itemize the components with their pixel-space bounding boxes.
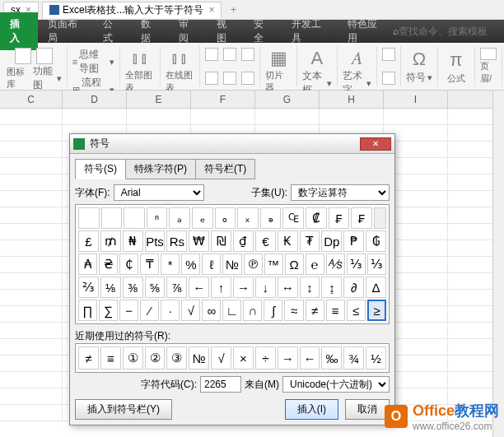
search-input[interactable] <box>399 26 497 37</box>
cell[interactable] <box>0 158 63 174</box>
symbol-cell[interactable]: ℗ <box>244 253 263 275</box>
cell[interactable] <box>0 224 63 239</box>
cell[interactable] <box>0 142 63 157</box>
recent-symbol-cell[interactable]: ② <box>145 346 166 370</box>
col-I[interactable]: I <box>384 91 448 108</box>
symbol-cell[interactable]: ₵ <box>119 253 138 275</box>
symbol-cell[interactable]: ↑ <box>211 277 231 298</box>
symbol-cell[interactable]: £ <box>78 230 99 252</box>
cancel-button[interactable]: 取消 <box>345 399 390 420</box>
ribbon-tab-special[interactable]: 特色应用 <box>338 12 394 50</box>
symbol-cell[interactable]: ₡ <box>306 207 327 229</box>
mini-icon5[interactable] <box>223 72 236 85</box>
symbol-cell[interactable] <box>78 207 100 229</box>
recent-symbol-cell[interactable]: ¾ <box>343 346 364 370</box>
cell[interactable] <box>191 109 255 124</box>
obj-icon2[interactable] <box>382 72 395 85</box>
symbol-cell[interactable]: * <box>161 253 180 275</box>
symbol-cell[interactable]: ≈ <box>284 300 303 321</box>
symbol-cell[interactable]: ℮ <box>306 253 324 275</box>
symbol-cell[interactable]: ← <box>189 277 209 298</box>
pi-icon[interactable]: π <box>443 48 469 72</box>
col-F[interactable]: F <box>191 91 255 108</box>
ribbon-tab-pagelayout[interactable]: 页面布局 <box>38 12 94 50</box>
header-icon[interactable] <box>480 48 497 60</box>
symbol-cell[interactable]: ⅛ <box>100 277 121 298</box>
omega-icon[interactable]: Ω <box>406 48 432 71</box>
symbol-cell[interactable]: ⅜ <box>123 277 143 298</box>
ribbon-tab-developer[interactable]: 开发工具 <box>282 12 338 50</box>
recent-symbol-cell[interactable]: ‰ <box>321 346 342 370</box>
symbol-cell[interactable]: % <box>181 253 200 275</box>
ribbon-tab-insert[interactable]: 插入 <box>0 12 38 50</box>
symbol-cell[interactable]: ₸ <box>140 253 159 275</box>
dialog-titlebar[interactable]: 符号 ✕ <box>70 134 394 154</box>
symbol-cell[interactable]: ℓ <box>202 253 221 275</box>
cell[interactable] <box>0 372 63 388</box>
ribbon-tab-security[interactable]: 安全 <box>244 12 282 50</box>
symbol-cell[interactable] <box>124 207 145 229</box>
cell[interactable] <box>0 109 63 124</box>
cell[interactable] <box>0 290 63 305</box>
symbol-cell[interactable]: ™ <box>264 253 283 275</box>
cell[interactable] <box>0 125 63 141</box>
mini-icon1[interactable] <box>205 48 218 61</box>
cell[interactable] <box>63 109 127 124</box>
symbol-cell[interactable]: ↨ <box>321 277 342 298</box>
recent-symbol-cell[interactable]: № <box>189 346 209 370</box>
symbol-cell[interactable]: ₳ <box>78 253 97 275</box>
symbol-cell[interactable]: ∕ <box>140 300 159 321</box>
slicer-icon[interactable]: ▦ <box>265 48 292 69</box>
col-E[interactable]: E <box>127 91 191 108</box>
symbol-cell[interactable]: ∫ <box>264 300 282 321</box>
online-chart-icon[interactable]: ⫾⫾ <box>166 48 193 69</box>
textbox-icon[interactable]: A <box>304 48 330 69</box>
cell[interactable] <box>0 388 63 404</box>
insert-to-bar-button[interactable]: 插入到符号栏(Y) <box>75 399 172 420</box>
recent-symbol-cell[interactable]: ≡ <box>100 346 121 370</box>
symbol-cell[interactable]: √ <box>181 300 200 321</box>
symbol-cell[interactable]: ≥ <box>367 300 386 321</box>
symbol-cell[interactable]: ⅝ <box>145 277 166 298</box>
mini-icon4[interactable] <box>205 72 218 85</box>
cell[interactable] <box>0 207 63 223</box>
symbol-cell[interactable]: ≠ <box>306 300 324 321</box>
col-D[interactable]: D <box>63 91 127 108</box>
symbol-cell[interactable]: ₣ <box>329 207 350 229</box>
symbol-cell[interactable]: ₐ <box>169 207 190 229</box>
symbol-cell[interactable]: ≡ <box>326 300 345 321</box>
cell[interactable] <box>255 109 320 124</box>
symbol-cell[interactable]: ∑ <box>99 300 118 321</box>
symbol-cell[interactable]: № <box>222 253 241 275</box>
symbol-cell[interactable]: ₠ <box>282 207 304 229</box>
symbol-cell[interactable]: ₫ <box>233 230 254 252</box>
symbol-cell[interactable]: ⅓ <box>347 253 366 275</box>
cell[interactable] <box>384 109 448 124</box>
cell[interactable] <box>320 109 384 124</box>
symbol-cell[interactable]: ₥ <box>100 230 121 252</box>
subset-select[interactable]: 数字运算符 <box>291 184 390 201</box>
cell[interactable] <box>127 109 191 124</box>
symbol-cell[interactable]: ₴ <box>99 253 118 275</box>
symbol-cell[interactable]: ⅔ <box>78 277 99 298</box>
recent-symbol-cell[interactable]: → <box>278 346 298 370</box>
recent-symbol-cell[interactable]: ← <box>300 346 320 370</box>
symbol-cell[interactable]: ₑ <box>192 207 213 229</box>
cell[interactable] <box>0 191 63 207</box>
col-C[interactable]: C <box>0 91 63 108</box>
cell[interactable] <box>0 273 63 289</box>
symbol-cell[interactable]: ∙ <box>161 300 180 321</box>
symbol-cell[interactable]: ₓ <box>237 207 259 229</box>
ribbon-tab-data[interactable]: 数据 <box>131 12 169 50</box>
recent-symbol-cell[interactable]: ÷ <box>255 346 276 370</box>
cell[interactable] <box>0 339 63 355</box>
symbol-cell[interactable]: ₱ <box>343 230 364 252</box>
funcchart-icon[interactable] <box>36 48 53 64</box>
symbol-cell[interactable]: ↓ <box>255 277 276 298</box>
mini-icon3[interactable] <box>241 48 254 61</box>
symbol-cell[interactable] <box>101 207 123 229</box>
symbol-cell[interactable]: ↕ <box>300 277 320 298</box>
symbol-cell[interactable]: ₲ <box>366 230 386 252</box>
symbol-cell[interactable]: € <box>255 230 276 252</box>
dlg-tab-bar[interactable]: 符号栏(T) <box>195 159 255 179</box>
